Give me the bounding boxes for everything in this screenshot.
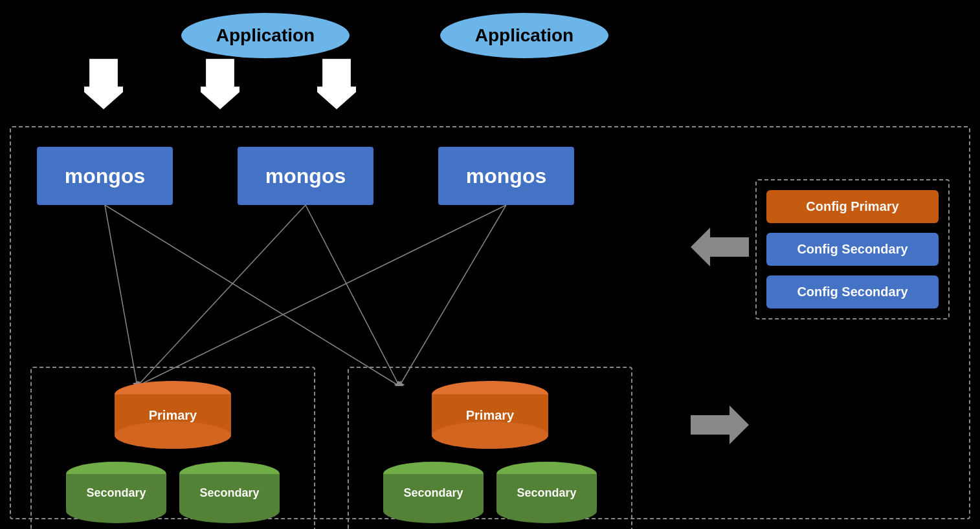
secondary-label-2a: Secondary [403, 486, 463, 499]
app-ellipse-1: Application [181, 13, 350, 58]
primary-cylinder-1: Primary [115, 381, 231, 449]
mongos-row: mongos mongos mongos [37, 147, 574, 205]
crossing-lines [11, 205, 626, 386]
svg-line-3 [105, 205, 137, 386]
secondaries-row-1: Secondary Secondary [66, 462, 280, 523]
primary-label-2: Primary [466, 407, 515, 422]
secondary-cylinder-1b: Secondary [179, 462, 280, 523]
svg-marker-10 [691, 405, 749, 444]
mongos-box-1: mongos [37, 147, 173, 205]
mongos-box-3: mongos [438, 147, 574, 205]
secondary-cylinder-2a: Secondary [383, 462, 484, 523]
svg-line-8 [399, 205, 506, 386]
secondary-cylinder-1a: Secondary [66, 462, 166, 523]
arrows-row [0, 58, 356, 110]
main-container: mongos mongos mongos [10, 126, 970, 519]
svg-marker-1 [201, 59, 239, 109]
config-panel: Config Primary Config Secondary Config S… [755, 179, 950, 319]
primary-label-1: Primary [149, 407, 197, 422]
arrow-down-1 [84, 58, 123, 110]
svg-marker-2 [317, 59, 356, 109]
secondary-label-1a: Secondary [86, 486, 146, 499]
config-primary-box: Config Primary [766, 190, 939, 223]
app-ellipse-2: Application [440, 13, 608, 58]
secondary-label-1b: Secondary [199, 486, 259, 499]
shards-row: Primary Secondary [30, 367, 632, 529]
primary-cylinder-2: Primary [432, 381, 548, 449]
shard-container-2: Primary Secondary [348, 367, 632, 529]
config-secondary-box-1: Config Secondary [766, 233, 939, 266]
svg-line-6 [306, 205, 399, 386]
shard-container-1: Primary Secondary [30, 367, 315, 529]
svg-line-4 [105, 205, 399, 386]
svg-marker-0 [84, 59, 123, 109]
secondary-label-2b: Secondary [517, 486, 576, 499]
mongos-box-2: mongos [238, 147, 373, 205]
config-arrow-right [691, 405, 749, 447]
svg-marker-9 [691, 228, 749, 266]
secondary-cylinder-2b: Secondary [496, 462, 597, 523]
arrow-down-3 [317, 58, 356, 110]
arrow-down-2 [201, 58, 239, 110]
secondaries-row-2: Secondary Secondary [383, 462, 597, 523]
config-arrow-left [691, 228, 749, 269]
config-secondary-box-2: Config Secondary [766, 275, 939, 308]
svg-line-7 [137, 205, 506, 386]
svg-line-5 [137, 205, 306, 386]
